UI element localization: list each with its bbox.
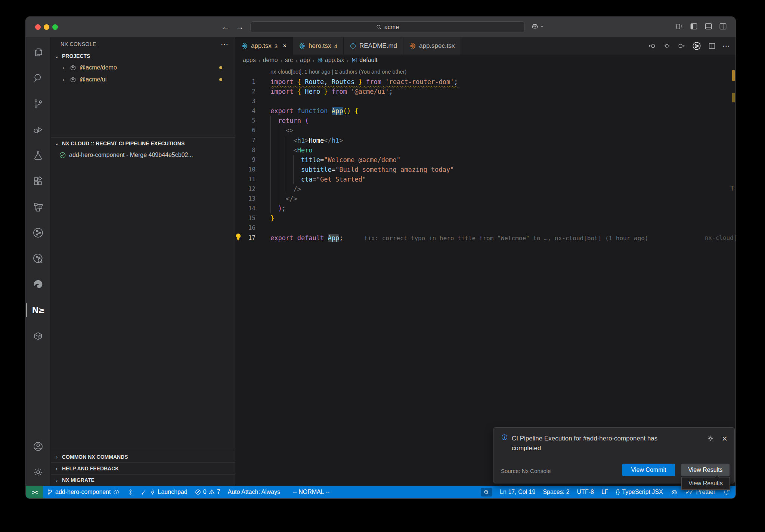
close-icon[interactable]: ✕ — [722, 434, 728, 443]
zoom-window-button[interactable] — [52, 24, 58, 30]
copilot-status[interactable] — [667, 486, 682, 498]
toggle-secondary-sidebar-icon[interactable] — [719, 22, 727, 31]
graph-indicator[interactable] — [124, 486, 137, 498]
navigate-forward-icon[interactable]: → — [236, 22, 244, 32]
command-center-search[interactable]: acme — [250, 21, 525, 33]
more-actions-icon[interactable]: ⋯ — [722, 41, 730, 50]
react-icon — [317, 57, 323, 63]
eol-indicator[interactable]: LF — [598, 486, 612, 498]
nx-cloud-section-header[interactable]: ⌄ NX CLOUD :: RECENT CI PIPELINE EXECUTI… — [51, 137, 235, 149]
explorer-icon[interactable] — [29, 43, 47, 61]
breadcrumb: apps › demo › src › app › app.tsx › defa… — [235, 55, 735, 66]
auto-attach-indicator[interactable]: Auto Attach: Always — [224, 486, 284, 498]
chevron-right-icon: › — [54, 477, 60, 483]
launchpad-indicator[interactable]: Launchpad — [137, 486, 191, 498]
testing-icon[interactable] — [29, 146, 47, 164]
status-bar: >< add-hero-component Launchpad 0 7 Auto… — [26, 486, 735, 498]
references-icon[interactable] — [29, 198, 47, 216]
copilot-menu[interactable] — [531, 22, 544, 30]
breadcrumb-demo[interactable]: demo — [263, 57, 278, 64]
nx-graph-search-icon[interactable] — [29, 250, 47, 267]
code-line: 2import { Hero } from '@acme/ui'; — [235, 87, 735, 96]
package-icon — [69, 76, 77, 83]
edge-browser-icon[interactable] — [29, 275, 47, 293]
code-line: 9title="Welcome @acme/demo" — [235, 155, 735, 165]
code-line: 5return ( — [235, 116, 735, 126]
source-control-icon[interactable] — [29, 95, 47, 113]
branch-indicator[interactable]: add-hero-component — [43, 486, 124, 498]
edge-blame-text: nx-cloud[b — [705, 233, 735, 243]
split-editor-icon[interactable] — [708, 42, 716, 50]
problems-indicator[interactable]: 0 7 — [191, 486, 224, 498]
toggle-primary-sidebar-icon[interactable] — [690, 22, 698, 31]
code-editor[interactable]: nx-cloud[bot], 1 hour ago | 2 authors (Y… — [235, 66, 735, 486]
breadcrumb-app[interactable]: app — [300, 57, 310, 64]
remote-indicator[interactable]: >< — [26, 486, 43, 498]
info-icon — [350, 43, 356, 49]
tab-app-spec-tsx[interactable]: app.spec.tsx — [403, 37, 461, 55]
settings-gear-icon[interactable] — [29, 463, 47, 481]
toggle-panel-icon[interactable] — [704, 22, 713, 31]
section-nx-migrate[interactable]: › NX MIGRATE — [51, 474, 235, 486]
nx-graph-icon[interactable] — [29, 224, 47, 242]
search-icon — [376, 24, 382, 30]
title-bar: ← → acme — [26, 17, 735, 37]
more-actions-icon[interactable]: ⋯ — [221, 40, 229, 49]
project-item-acme-ui[interactable]: › @acme/ui — [51, 74, 235, 86]
projects-section-header[interactable]: ⌄ PROJECTS — [51, 50, 235, 62]
language-indicator[interactable]: {} TypeScript JSX — [612, 486, 667, 498]
tab-app-tsx[interactable]: app.tsx 3 × — [235, 37, 293, 55]
code-line: 17export default App;fix: correct typo i… — [235, 233, 735, 243]
run-target-icon[interactable] — [692, 41, 701, 51]
nx-console-icon[interactable]: N≥ — [29, 301, 47, 319]
overview-ruler-mark: T — [730, 185, 734, 192]
notification-settings-gear-icon[interactable] — [707, 434, 714, 443]
notification-message: CI Pipeline Execution for #add-hero-comp… — [512, 434, 687, 454]
commit-node-icon[interactable] — [663, 42, 671, 50]
cursor-position[interactable]: Ln 17, Col 19 — [496, 486, 539, 498]
sidebar-title: NX CONSOLE — [61, 41, 96, 47]
minimize-window-button[interactable] — [44, 24, 49, 30]
account-icon[interactable] — [29, 437, 47, 455]
search-icon[interactable] — [29, 69, 47, 87]
code-line: 13</> — [235, 194, 735, 204]
activity-bar: N≥ — [26, 37, 51, 486]
breadcrumb-default[interactable]: default — [351, 57, 377, 64]
project-item-acme-demo[interactable]: › @acme/demo — [51, 62, 235, 74]
modified-dot — [219, 78, 222, 81]
tab-hero-tsx[interactable]: hero.tsx 4 — [293, 37, 344, 55]
react-icon — [299, 43, 306, 49]
close-window-button[interactable] — [35, 24, 41, 30]
line-number: 9 — [235, 155, 255, 165]
zoom-indicator[interactable] — [477, 486, 496, 498]
customize-layout-icon[interactable] — [675, 22, 684, 31]
vim-mode-indicator[interactable]: -- NORMAL -- — [289, 486, 333, 498]
line-number: 3 — [235, 96, 255, 106]
section-help-and-feedback[interactable]: › HELP AND FEEDBACK — [51, 463, 235, 474]
navigate-back-icon[interactable]: ← — [222, 22, 230, 32]
view-commit-button[interactable]: View Commit — [622, 464, 675, 476]
encoding-indicator[interactable]: UTF-8 — [573, 486, 598, 498]
breadcrumb-app-tsx[interactable]: app.tsx — [317, 57, 344, 64]
react-icon — [241, 43, 248, 49]
pipeline-execution-item[interactable]: add-hero-component - Merge 409b44e5cb02.… — [51, 149, 235, 161]
view-results-button[interactable]: View Results — [681, 464, 730, 476]
navigate-forward-circle-icon[interactable] — [677, 42, 685, 50]
extensions-icon[interactable] — [29, 172, 47, 190]
codelens-blame[interactable]: nx-cloud[bot], 1 hour ago | 2 authors (Y… — [270, 69, 735, 75]
indentation-indicator[interactable]: Spaces: 2 — [539, 486, 573, 498]
inline-blame: fix: correct typo in hero title from "We… — [364, 235, 648, 242]
breadcrumb-apps[interactable]: apps — [243, 57, 256, 64]
breadcrumb-src[interactable]: src — [285, 57, 293, 64]
chevron-right-icon: › — [61, 77, 66, 83]
symbol-icon — [351, 57, 357, 64]
line-number: 17 — [235, 233, 255, 243]
git-graph-icon — [127, 489, 133, 495]
navigate-back-circle-icon[interactable] — [648, 42, 656, 50]
close-icon[interactable]: × — [283, 42, 287, 50]
containers-icon[interactable] — [29, 327, 47, 345]
section-common-nx-commands[interactable]: › COMMON NX COMMANDS — [51, 451, 235, 463]
tab-readme-md[interactable]: README.md — [344, 37, 403, 55]
run-debug-icon[interactable] — [29, 121, 47, 139]
code-line: 12/> — [235, 184, 735, 194]
